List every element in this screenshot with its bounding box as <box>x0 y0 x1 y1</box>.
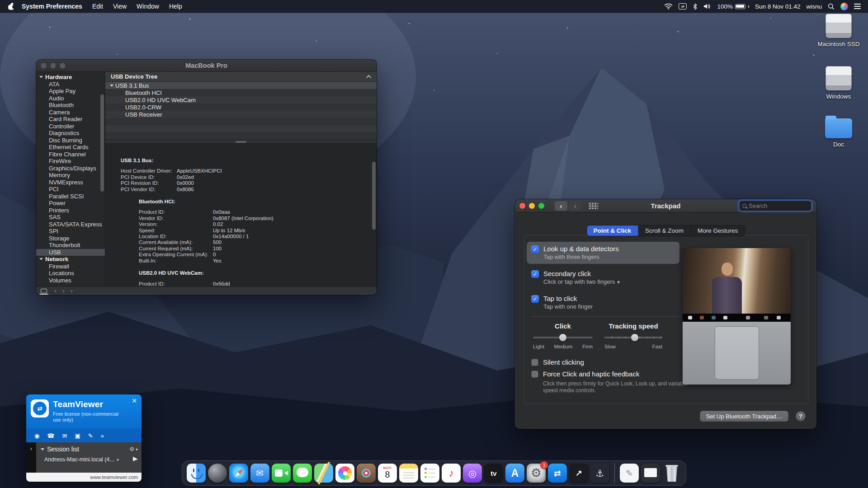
siri-icon[interactable] <box>840 3 848 10</box>
sidebar-item[interactable]: FireWire <box>36 158 105 165</box>
call-icon[interactable]: ☎ <box>47 433 54 439</box>
sidebar-item[interactable]: Controller <box>36 123 105 130</box>
minimize-button[interactable] <box>50 63 56 69</box>
dock-reminders[interactable] <box>420 464 439 483</box>
device-tree-header[interactable]: USB Device Tree <box>105 72 377 82</box>
close-button[interactable] <box>41 63 47 69</box>
gesture-option[interactable]: Tap to click Tap with one finger <box>527 291 679 314</box>
sysinfo-titlebar[interactable]: MacBook Pro <box>36 60 377 72</box>
sidebar-item[interactable]: Diagnostics <box>36 130 105 137</box>
close-button[interactable] <box>519 203 525 209</box>
video-call-icon[interactable]: ◉ <box>34 433 39 439</box>
device-tree-row[interactable]: Bluetooth HCI <box>105 89 377 96</box>
forward-button[interactable]: › <box>569 201 581 211</box>
session-list-item[interactable]: Andress-Mac-mini.local (4... <box>36 453 142 463</box>
dock-messages[interactable] <box>293 464 312 483</box>
sidebar-item[interactable]: Ethernet Cards <box>36 144 105 151</box>
click-pressure-slider[interactable] <box>533 334 593 341</box>
help-button[interactable]: ? <box>796 411 806 421</box>
sidebar-item[interactable]: Graphics/Displays <box>36 165 105 172</box>
tab[interactable]: More Gestures <box>691 225 745 236</box>
sidebar-item[interactable]: Fibre Channel <box>36 151 105 158</box>
trackpad-demo-video[interactable] <box>683 248 791 385</box>
dock-tv[interactable]: tv <box>484 464 503 483</box>
desktop-icon-macintosh-ssd[interactable]: Macintosh SSD <box>810 14 867 47</box>
sidebar-item[interactable]: Bluetooth <box>36 102 105 109</box>
collapse-chevron-icon[interactable] <box>366 75 371 80</box>
dock-mail[interactable]: ✉ <box>250 464 269 483</box>
breadcrumb-item[interactable] <box>59 288 67 294</box>
dock-app-store[interactable]: A <box>505 464 524 483</box>
tracking-speed-slider[interactable] <box>604 334 662 341</box>
sidebar-scrollbar[interactable] <box>100 94 104 192</box>
device-tree-row[interactable]: USB2.0-CRW <box>105 103 377 111</box>
bluetooth-icon[interactable] <box>693 3 698 10</box>
preferences-search-field[interactable] <box>739 201 811 211</box>
sidebar-item[interactable]: USB <box>36 249 105 256</box>
gesture-option[interactable]: Secondary click Click or tap with two fi… <box>527 267 679 289</box>
device-tree-row[interactable]: USB Receiver <box>105 111 377 118</box>
setup-bluetooth-trackpad-button[interactable]: Set Up Bluetooth Trackpad… <box>700 411 788 422</box>
spotlight-icon[interactable] <box>828 3 835 10</box>
menu-item[interactable]: Help <box>164 0 187 13</box>
dock-podcasts[interactable]: ◎ <box>463 464 482 483</box>
desktop-icon-doc[interactable]: Doc <box>810 115 867 148</box>
dock-teamviewer[interactable]: ⇄ <box>548 464 567 483</box>
sidebar-item[interactable]: ATA <box>36 81 105 88</box>
search-input[interactable] <box>749 202 808 209</box>
device-tree-row[interactable]: USB2.0 HD UVC WebCam <box>105 96 377 103</box>
sidebar-item[interactable]: Power <box>36 200 105 207</box>
checkbox[interactable] <box>531 295 539 303</box>
dock-photo-booth[interactable] <box>357 464 376 483</box>
chat-icon[interactable]: ✉ <box>62 433 67 439</box>
sidebar-item[interactable]: Disc Burning <box>36 137 105 144</box>
breadcrumb-item[interactable] <box>67 288 75 294</box>
wifi-icon[interactable] <box>664 3 673 9</box>
desktop-icon-windows[interactable]: Windows <box>810 66 867 100</box>
sidebar-item[interactable]: SPI <box>36 228 105 235</box>
pane-splitter[interactable] <box>105 140 377 144</box>
dock-trash[interactable] <box>662 464 681 483</box>
dock-finder[interactable] <box>187 464 206 483</box>
dock-music[interactable]: ♪ <box>442 464 461 483</box>
dock-notes[interactable] <box>399 464 418 483</box>
dock-calendar[interactable]: NOV 8 <box>378 464 397 483</box>
dock-photos[interactable] <box>335 464 354 483</box>
gesture-option-detail[interactable]: Click or tap with two fingers <box>543 278 620 286</box>
teamviewer-header[interactable]: TeamViewer Free license (non-commercial … <box>26 394 142 429</box>
file-transfer-icon[interactable]: ▣ <box>75 433 80 439</box>
show-all-preferences-button[interactable] <box>586 201 600 211</box>
sidebar-item[interactable]: NVMExpress <box>36 179 105 186</box>
dock-system-preferences[interactable]: ⚙ 1 <box>527 464 546 483</box>
dock-maps[interactable] <box>314 464 333 483</box>
extra-option[interactable]: Silent clicking <box>531 358 687 366</box>
sidebar-item[interactable]: Printers <box>36 207 105 214</box>
menu-item[interactable]: System Preferences <box>17 0 87 13</box>
tab[interactable]: Scroll & Zoom <box>638 225 691 236</box>
gear-icon[interactable] <box>129 446 134 452</box>
menu-item[interactable]: View <box>108 0 132 13</box>
volume-icon[interactable] <box>703 3 711 9</box>
chevron-down-icon[interactable] <box>136 446 138 452</box>
dock-sphere-app[interactable] <box>208 464 227 483</box>
session-list-header[interactable]: Session list <box>36 442 142 453</box>
dock-document[interactable]: ✎ <box>620 464 639 483</box>
sidebar-item[interactable]: SATA/SATA Express <box>36 221 105 228</box>
more-icon[interactable]: » <box>101 433 104 439</box>
dock-anchor-app[interactable]: ⚓ <box>590 464 609 483</box>
gesture-option-detail[interactable]: Tap with one finger <box>543 303 593 310</box>
sidebar-item[interactable]: Camera <box>36 109 105 116</box>
breadcrumb-item[interactable] <box>51 288 59 294</box>
checkbox[interactable] <box>531 270 539 278</box>
website-link[interactable]: www.teamviewer.com <box>90 474 138 480</box>
chevron-down-icon[interactable] <box>117 457 119 462</box>
gesture-option-detail[interactable]: Tap with three fingers <box>543 253 619 261</box>
apple-menu-icon[interactable] <box>8 3 14 10</box>
slider-thumb[interactable] <box>631 334 638 341</box>
sidebar-item[interactable]: Memory <box>36 172 105 179</box>
sidebar-item[interactable]: SAS <box>36 214 105 221</box>
device-tree-row[interactable]: USB 3.1 Bus <box>105 82 377 89</box>
menu-item[interactable]: Edit <box>87 0 108 13</box>
teamviewer-menubar-icon[interactable] <box>679 3 687 9</box>
zoom-button[interactable] <box>60 63 66 69</box>
